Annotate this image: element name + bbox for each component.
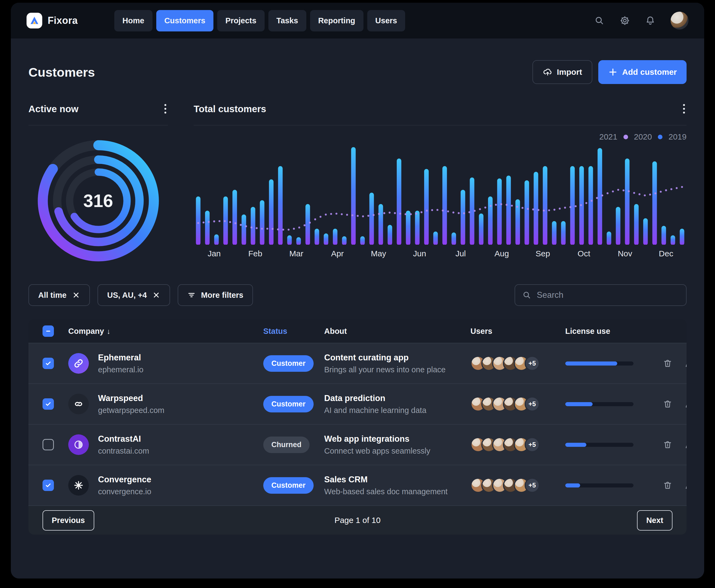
customers-table: Company↓ Status About Users License use … [28, 319, 687, 534]
company-name: Ephemeral [98, 353, 144, 362]
edit-icon[interactable] [685, 358, 687, 368]
active-now-donut-chart: 316 [30, 133, 166, 269]
about-title: Data prediction [324, 394, 471, 403]
bar [588, 166, 593, 245]
extra-users-badge: +5 [525, 478, 540, 493]
bar [625, 159, 629, 245]
filter-chip-all-time[interactable]: All time [28, 284, 90, 306]
nav-tab-users[interactable]: Users [367, 10, 406, 31]
bar [671, 235, 675, 245]
bar [652, 162, 657, 245]
bar [552, 221, 557, 245]
license-use-bar [565, 443, 633, 447]
sort-desc-icon: ↓ [107, 327, 110, 335]
delete-icon[interactable] [663, 480, 672, 490]
bar [315, 229, 319, 245]
bar [232, 190, 237, 245]
filter-chips: All timeUS, AU, +4More filters [28, 284, 253, 306]
month-label-jul: Jul [440, 249, 481, 258]
month-label-dec: Dec [645, 249, 687, 258]
gear-icon[interactable] [620, 16, 630, 26]
bar [287, 235, 292, 245]
previous-page-button[interactable]: Previous [43, 510, 94, 530]
nav-tab-reporting[interactable]: Reporting [310, 10, 364, 31]
table-row-contrastai: ContrastAI contrastai.com Churned Web ap… [28, 424, 687, 465]
bar [378, 204, 383, 245]
table-row-ephemeral: Ephemeral ephemeral.io Customer Content … [28, 343, 687, 383]
delete-icon[interactable] [663, 399, 672, 409]
bar [305, 204, 310, 245]
bar [497, 178, 502, 245]
bar [242, 215, 246, 245]
company-domain: contrastai.com [98, 446, 149, 456]
bar [506, 175, 511, 245]
nav-tab-tasks[interactable]: Tasks [268, 10, 306, 31]
next-page-button[interactable]: Next [637, 510, 672, 530]
edit-icon[interactable] [685, 440, 687, 449]
table-footer: Previous Page 1 of 10 Next [28, 505, 687, 534]
user-avatar[interactable] [671, 12, 689, 29]
column-header-users[interactable]: Users [471, 327, 565, 336]
users-avatar-group: +5 [471, 437, 565, 452]
legend-label-2021: 2021 [599, 132, 618, 142]
about-subtitle: Brings all your news into one place [324, 365, 471, 374]
column-header-status[interactable]: Status [263, 327, 324, 336]
active-now-panel: Active now 316 [28, 102, 168, 269]
bar [388, 225, 392, 245]
active-now-title: Active now [28, 104, 79, 114]
divider [194, 125, 687, 125]
page-indicator: Page 1 of 10 [334, 516, 381, 525]
bell-icon[interactable] [645, 16, 655, 26]
select-all-checkbox[interactable] [43, 326, 54, 337]
close-icon [72, 291, 80, 299]
nav-tab-home[interactable]: Home [114, 10, 152, 31]
delete-icon[interactable] [663, 358, 672, 368]
bar [196, 196, 200, 245]
month-label-nov: Nov [605, 249, 646, 258]
row-checkbox[interactable] [43, 439, 54, 450]
delete-icon[interactable] [663, 440, 672, 449]
topbar-actions [594, 12, 689, 29]
about-subtitle: Web-based sales doc management [324, 487, 471, 496]
users-avatar-group: +5 [471, 356, 565, 371]
nav-tab-customers[interactable]: Customers [156, 10, 214, 31]
row-checkbox[interactable] [43, 398, 54, 410]
add-customer-button[interactable]: Add customer [598, 60, 687, 84]
bar [534, 172, 538, 245]
total-customers-menu-icon[interactable] [681, 102, 687, 115]
filter-chip-more-filters[interactable]: More filters [178, 284, 253, 306]
main-nav: HomeCustomersProjectsTasksReportingUsers [114, 10, 405, 31]
edit-icon[interactable] [685, 399, 687, 409]
edit-icon[interactable] [685, 480, 687, 490]
bar [205, 211, 210, 245]
search-icon[interactable] [594, 16, 605, 26]
column-header-about[interactable]: About [324, 327, 471, 336]
bar [561, 221, 566, 245]
column-header-license[interactable]: License use [565, 327, 663, 336]
users-avatar-group: +5 [471, 478, 565, 493]
bar [324, 234, 328, 245]
chart-legend: 202120202019 [194, 131, 687, 142]
row-checkbox[interactable] [43, 480, 54, 491]
total-customers-bar-chart [194, 144, 687, 245]
bar [397, 159, 402, 245]
top-navigation-bar: Fixora HomeCustomersProjectsTasksReporti… [11, 3, 704, 39]
bar [333, 229, 338, 245]
app-window: Fixora HomeCustomersProjectsTasksReporti… [11, 3, 704, 579]
month-label-apr: Apr [317, 249, 358, 258]
import-button[interactable]: Import [533, 60, 592, 84]
bar [598, 148, 602, 245]
bar [406, 211, 411, 245]
row-checkbox[interactable] [43, 358, 54, 369]
bar [479, 213, 483, 245]
bar [214, 234, 219, 245]
bar [634, 204, 638, 245]
bar [643, 218, 648, 245]
nav-tab-projects[interactable]: Projects [217, 10, 264, 31]
company-domain: convergence.io [98, 487, 151, 496]
bar [570, 166, 575, 245]
column-header-company[interactable]: Company↓ [68, 327, 263, 336]
filter-chip-us-au-4[interactable]: US, AU, +4 [98, 284, 170, 306]
search-input[interactable] [536, 290, 679, 300]
active-now-menu-icon[interactable] [163, 102, 168, 115]
